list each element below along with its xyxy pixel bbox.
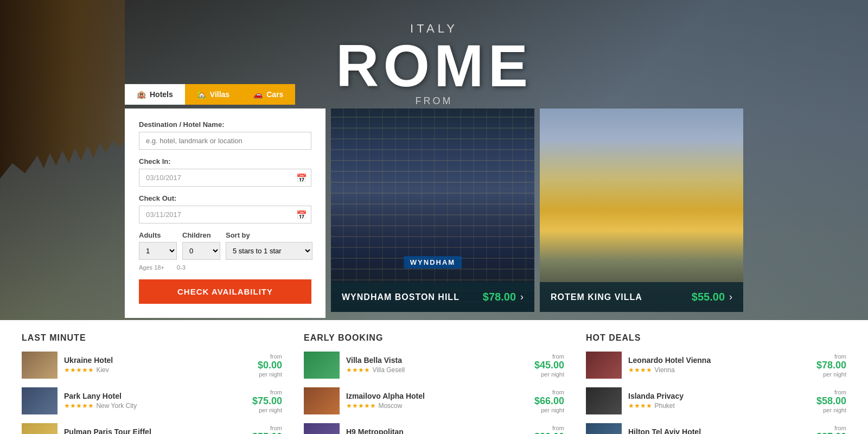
deal-park[interactable]: Park Lany Hotel ★★★★★ New York City from… [22, 387, 282, 414]
tab-villas[interactable]: 🏡 Villas [185, 84, 241, 105]
izmailovo-info: Izmailovo Alpha Hotel ★★★★★ Moscow [346, 392, 528, 410]
izmailovo-name: Izmailovo Alpha Hotel [346, 392, 528, 400]
villa-price: $45.00 [534, 360, 564, 371]
last-minute-title: LAST MINUTE [22, 333, 282, 343]
checkin-input[interactable] [139, 169, 311, 187]
ukraine-price-col: from $0.00 per night [258, 353, 282, 378]
islanda-name: Islanda Privacy [628, 392, 810, 400]
tab-hotels[interactable]: 🏨 Hotels [125, 84, 185, 105]
hero-city: ROME [336, 36, 532, 95]
deal-islanda[interactable]: Islanda Privacy ★★★★ Phuket from $58.00 … [586, 387, 846, 414]
h9-price-col: from $88.00 per night [534, 425, 564, 435]
children-select[interactable]: 0123 [182, 242, 220, 260]
ukraine-from: from [258, 353, 282, 360]
hot-deals-section: HOT DEALS Leonardo Hotel Vienna ★★★★ Vie… [586, 333, 846, 434]
deal-pulman[interactable]: Pulman Paris Tour Eiffel ★★★★★ from $55.… [22, 423, 282, 434]
hilton-info: Hilton Tel Aviv Hotel ★★★★ [628, 427, 810, 434]
leonardo-thumb [586, 352, 622, 379]
izmailovo-from: from [534, 389, 564, 395]
deal-leonardo[interactable]: Leonardo Hotel Vienna ★★★★ Vienna from $… [586, 352, 846, 379]
h9-price: $88.00 [534, 431, 564, 435]
hotel-wyndham-name: WYNDHAM BOSTON HILL [342, 292, 459, 302]
h9-thumb [304, 423, 340, 434]
sort-col: Sort by 5 stars to 1 star 1 star to 5 st… [226, 231, 312, 260]
search-tabs: 🏨 Hotels 🏡 Villas 🚗 Cars [125, 84, 295, 105]
ukraine-price: $0.00 [258, 360, 282, 371]
cars-icon: 🚗 [253, 90, 263, 99]
hotel-card-wyndham[interactable]: WYNDHAM WYNDHAM BOSTON HILL $78.00 › [331, 108, 534, 312]
hotel-rotem-footer: ROTEM KING VILLA $55.00 › [540, 282, 743, 312]
destination-input[interactable] [139, 132, 311, 150]
park-stars: ★★★★★ [64, 402, 94, 410]
hotel-wyndham-price-row: $78.00 › [483, 291, 524, 303]
hotel-card-rotem[interactable]: ROTEM KING VILLA $55.00 › [540, 108, 743, 312]
guests-sort-row: Adults 1234 Children 0123 Sort by 5 star… [139, 231, 311, 260]
checkout-calendar-icon[interactable]: 📅 [296, 209, 307, 220]
izmailovo-thumb [304, 387, 340, 414]
h9-info: H9 Metropolitan ★★★★ [346, 427, 528, 434]
hilton-thumb [586, 423, 622, 434]
leonardo-price: $78.00 [816, 360, 846, 371]
islanda-price: $58.00 [816, 395, 846, 407]
izmailovo-per-night: per night [534, 407, 564, 413]
adults-select[interactable]: 1234 [139, 242, 177, 260]
villas-icon: 🏡 [197, 90, 206, 99]
destination-label: Destination / Hotel Name: [139, 120, 311, 129]
izmailovo-price-col: from $66.00 per night [534, 389, 564, 413]
deal-villa[interactable]: Villa Bella Vista ★★★★ Villa Gesell from… [304, 352, 564, 379]
islanda-stars: ★★★★ [628, 402, 652, 410]
h9-name: H9 Metropolitan [346, 427, 528, 434]
children-hint: 0-3 [177, 264, 186, 271]
hotel-rotem-image [540, 108, 743, 312]
hilton-price: $87.00 [816, 431, 846, 435]
ukraine-thumb [22, 352, 58, 379]
hotel-card-rotem-inner: ROTEM KING VILLA $55.00 › [540, 108, 743, 312]
leonardo-per-night: per night [816, 371, 846, 378]
hints-row: Ages 18+ 0-3 [139, 264, 311, 271]
deal-h9[interactable]: H9 Metropolitan ★★★★ from $88.00 per nig… [304, 423, 564, 434]
izmailovo-location: Moscow [378, 402, 402, 410]
pulman-from: from [252, 425, 282, 431]
leonardo-location: Vienna [654, 366, 674, 374]
hilton-price-col: from $87.00 per night [816, 425, 846, 435]
search-form: Destination / Hotel Name: Check In: 📅 Ch… [125, 108, 326, 318]
adults-hint: Ages 18+ [139, 264, 164, 271]
hotel-rotem-arrow: › [729, 291, 732, 303]
wyndham-logo: WYNDHAM [404, 256, 462, 269]
pulman-info: Pulman Paris Tour Eiffel ★★★★★ [64, 427, 246, 434]
izmailovo-stars: ★★★★★ [346, 402, 376, 410]
villa-per-night: per night [534, 371, 564, 378]
hotel-card-wyndham-inner: WYNDHAM WYNDHAM BOSTON HILL $78.00 › [331, 108, 534, 312]
hilton-from: from [816, 425, 846, 431]
islanda-per-night: per night [816, 407, 846, 413]
children-col: Children 0123 [182, 231, 220, 260]
hero-text: ITALY ROME FROM [336, 22, 532, 107]
park-per-night: per night [252, 407, 282, 413]
hero-section: ITALY ROME FROM 🏨 Hotels 🏡 Villas 🚗 Cars… [0, 0, 868, 320]
early-booking-section: EARLY BOOKING Villa Bella Vista ★★★★ Vil… [304, 333, 564, 434]
park-info: Park Lany Hotel ★★★★★ New York City [64, 392, 246, 410]
villa-price-col: from $45.00 per night [534, 353, 564, 378]
sort-label: Sort by [226, 231, 312, 239]
deal-hilton[interactable]: Hilton Tel Aviv Hotel ★★★★ from $87.00 p… [586, 423, 846, 434]
deal-izmailovo[interactable]: Izmailovo Alpha Hotel ★★★★★ Moscow from … [304, 387, 564, 414]
hotel-wyndham-image [331, 108, 534, 312]
check-availability-button[interactable]: CHECK AVAILABILITY [139, 279, 311, 304]
leonardo-from: from [816, 353, 846, 360]
deal-ukraine[interactable]: Ukraine Hotel ★★★★★ Kiev from $0.00 per … [22, 352, 282, 379]
hotels-icon: 🏨 [137, 90, 146, 99]
sort-select[interactable]: 5 stars to 1 star 1 star to 5 stars Pric… [226, 242, 312, 260]
hilton-name: Hilton Tel Aviv Hotel [628, 427, 810, 434]
tab-cars[interactable]: 🚗 Cars [241, 84, 295, 105]
villa-stars: ★★★★ [346, 366, 370, 374]
villa-thumb [304, 352, 340, 379]
park-price-col: from $75.00 per night [252, 389, 282, 413]
hotel-rotem-price-row: $55.00 › [692, 291, 732, 303]
checkin-calendar-icon[interactable]: 📅 [296, 173, 307, 183]
hotel-wyndham-arrow: › [520, 291, 524, 303]
ukraine-stars: ★★★★★ [64, 366, 94, 374]
villa-from: from [534, 353, 564, 360]
adults-label: Adults [139, 231, 177, 239]
checkout-input[interactable] [139, 206, 311, 224]
ukraine-info: Ukraine Hotel ★★★★★ Kiev [64, 356, 251, 374]
